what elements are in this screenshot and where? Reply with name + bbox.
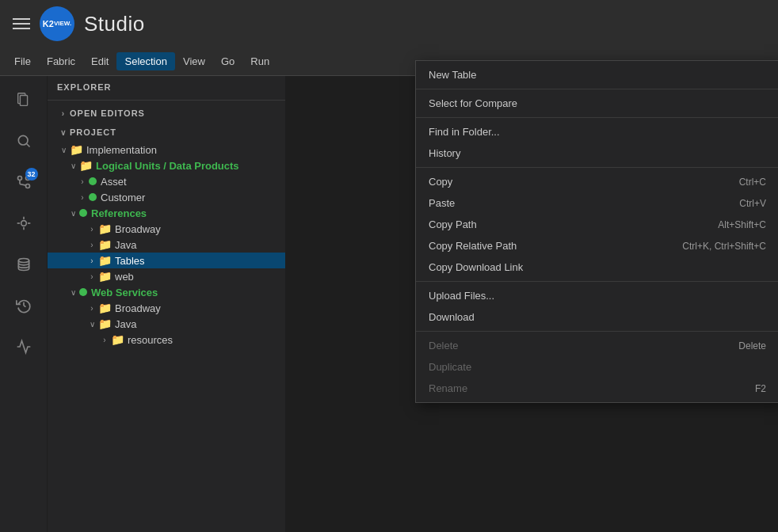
ctx-copy[interactable]: Copy Ctrl+C (416, 171, 778, 192)
ctx-divider-4 (416, 281, 778, 282)
ctx-select-compare[interactable]: Select for Compare (416, 93, 778, 114)
ctx-history[interactable]: History (416, 142, 778, 164)
ctx-upload-files[interactable]: Upload Files... (416, 285, 778, 306)
ctx-copy-path[interactable]: Copy Path Alt+Shift+C (416, 214, 778, 235)
main-layout: 32 (0, 76, 778, 532)
ctx-divider-5 (416, 331, 778, 332)
ctx-paste[interactable]: Paste Ctrl+V (416, 192, 778, 214)
ctx-download[interactable]: Download (416, 306, 778, 328)
ctx-divider-2 (416, 117, 778, 118)
context-menu-overlay: New Table Select for Compare Find in Fol… (0, 0, 778, 532)
ctx-divider-1 (416, 89, 778, 89)
ctx-duplicate: Duplicate (416, 356, 778, 378)
ctx-delete: Delete Delete (416, 335, 778, 356)
ctx-copy-download-link[interactable]: Copy Download Link (416, 256, 778, 278)
ctx-copy-relative-path[interactable]: Copy Relative Path Ctrl+K, Ctrl+Shift+C (416, 235, 778, 256)
ctx-find-folder[interactable]: Find in Folder... (416, 121, 778, 142)
ctx-rename: Rename F2 (416, 378, 778, 399)
ctx-divider-3 (416, 167, 778, 168)
ctx-new-table[interactable]: New Table (416, 64, 778, 86)
context-menu: New Table Select for Compare Find in Fol… (415, 60, 778, 403)
